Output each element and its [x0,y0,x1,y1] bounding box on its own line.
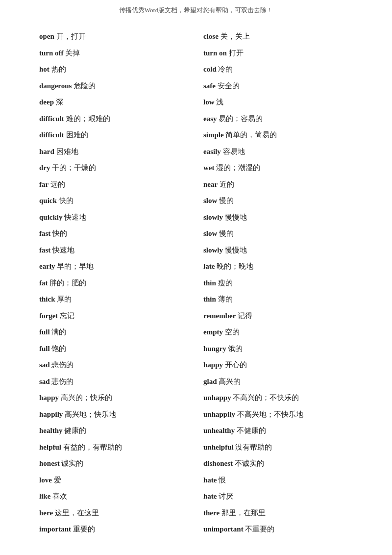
word-entry-right-5: easy 易的；容易的 [203,111,363,127]
word-cn-right-1: 打开 [229,49,244,57]
word-en-right-7: easily [203,148,223,155]
word-cn-left-24: 健康的 [64,427,86,434]
word-entry-right-8: wet 湿的；潮湿的 [203,160,363,177]
word-en-left-1: turn off [39,49,65,57]
word-en-left-4: deep [39,98,56,106]
word-cn-left-4: 深 [56,98,63,106]
word-en-right-6: simple [203,131,225,139]
word-en-left-12: fast [39,229,52,237]
word-cn-right-26: 不诚实的 [235,459,264,467]
word-entry-right-29: there 那里，在那里 [203,505,363,522]
word-cn-right-9: 近的 [220,180,234,188]
word-entry-left-30: important 重要的 [39,521,198,538]
word-cn-left-15: 胖的；肥的 [49,279,86,287]
word-cn-right-23: 不高兴地；不快乐地 [237,410,303,418]
word-cn-left-5: 难的；艰难的 [66,115,110,123]
word-en-left-9: far [39,180,50,188]
word-entry-right-11: slowly 慢慢地 [203,209,363,226]
word-entry-left-13: fast 快速地 [39,242,198,259]
word-entry-left-3: dangerous 危险的 [39,78,198,95]
word-cn-right-8: 湿的；潮湿的 [216,164,260,172]
word-cn-left-0: 开，打开 [56,32,86,40]
word-en-right-11: slowly [203,213,225,221]
word-entry-right-14: late 晚的；晚地 [203,258,363,275]
word-cn-right-22: 不高兴的；不快乐的 [233,394,299,402]
word-en-left-0: open [39,32,56,40]
word-entry-right-3: safe 安全的 [203,78,363,95]
word-cn-right-7: 容易地 [223,148,245,155]
word-entry-left-25: helpful 有益的，有帮助的 [39,439,198,456]
word-cn-right-17: 记得 [238,312,252,320]
word-en-right-10: slow [203,197,219,204]
header-notice: 传播优秀Word版文档，希望对您有帮助，可双击去除！ [0,0,392,24]
word-entry-right-10: slow 慢的 [203,193,363,209]
word-entry-right-23: unhappily 不高兴地；不快乐地 [203,406,363,423]
word-en-left-13: fast [39,246,52,254]
main-content: open 开，打开close 关，关上turn off 关掉turn on 打开… [0,24,392,553]
word-en-left-24: healthy [39,427,64,434]
word-entry-right-15: thin 瘦的 [203,275,363,292]
word-entry-right-26: dishonest 不诚实的 [203,455,363,472]
word-cn-right-11: 慢慢地 [225,213,247,221]
word-cn-left-25: 有益的，有帮助的 [63,443,122,451]
word-en-right-3: safe [203,82,218,90]
word-cn-right-10: 慢的 [219,197,234,204]
word-cn-right-15: 瘦的 [218,279,233,287]
word-entry-right-17: remember 记得 [203,308,363,325]
word-entry-left-11: quickly 快速地 [39,209,198,226]
word-en-right-12: slow [203,229,219,237]
word-cn-left-8: 干的；干燥的 [52,164,96,172]
word-en-left-26: honest [39,459,61,467]
word-cn-right-14: 晚的；晚地 [217,262,253,270]
word-entry-right-27: hate 恨 [203,472,363,489]
word-cn-right-2: 冷的 [218,65,233,73]
word-entry-left-16: thick 厚的 [39,291,198,308]
word-cn-left-19: 饱的 [51,345,66,353]
word-entry-left-20: sad 悲伤的 [39,357,198,374]
word-entry-left-22: happy 高兴的；快乐的 [39,390,198,406]
word-cn-right-19: 饿的 [228,345,243,353]
word-cn-right-30: 不重要的 [245,525,274,533]
word-en-right-0: close [203,32,220,40]
word-entry-right-12: slow 慢的 [203,226,363,242]
word-en-right-15: thin [203,279,218,287]
word-entry-left-2: hot 热的 [39,61,198,78]
word-entry-left-28: like 喜欢 [39,488,198,505]
word-cn-left-14: 早的；早地 [57,262,94,270]
word-cn-left-22: 高兴的；快乐的 [61,394,112,402]
word-en-right-9: near [203,180,220,188]
word-cn-left-10: 快的 [59,197,74,204]
word-pairs-grid: open 开，打开close 关，关上turn off 关掉turn on 打开… [39,28,363,538]
word-en-right-4: low [203,98,216,106]
word-entry-right-19: hungry 饿的 [203,341,363,357]
word-en-right-21: glad [203,378,219,385]
word-cn-left-3: 危险的 [74,82,96,90]
word-entry-left-7: hard 困难地 [39,144,198,160]
word-cn-left-16: 厚的 [57,295,72,303]
word-cn-right-25: 没有帮助的 [235,443,272,451]
word-cn-left-11: 快速地 [64,213,86,221]
word-entry-left-27: love 爱 [39,472,198,489]
word-entry-right-9: near 近的 [203,177,363,193]
word-entry-left-14: early 早的；早地 [39,258,198,275]
word-en-left-30: important [39,525,73,533]
word-entry-left-4: deep 深 [39,94,198,111]
word-cn-left-7: 困难地 [56,148,78,155]
word-cn-left-13: 快速地 [52,246,74,254]
word-entry-right-7: easily 容易地 [203,144,363,160]
word-cn-left-9: 远的 [50,180,65,188]
word-en-left-14: early [39,262,57,270]
word-en-right-27: hate [203,476,219,484]
word-entry-left-10: quick 快的 [39,193,198,209]
word-en-left-28: like [39,492,52,500]
word-en-right-24: unhealthy [203,427,237,434]
word-en-right-1: turn on [203,49,229,57]
word-cn-right-4: 浅 [216,98,223,106]
word-en-right-18: empty [203,328,225,336]
word-en-left-19: full [39,345,51,353]
word-en-right-19: hungry [203,345,228,353]
word-cn-left-17: 忘记 [60,312,74,320]
word-entry-right-6: simple 简单的，简易的 [203,127,363,144]
word-entry-right-16: thin 薄的 [203,291,363,308]
word-en-left-11: quickly [39,213,64,221]
